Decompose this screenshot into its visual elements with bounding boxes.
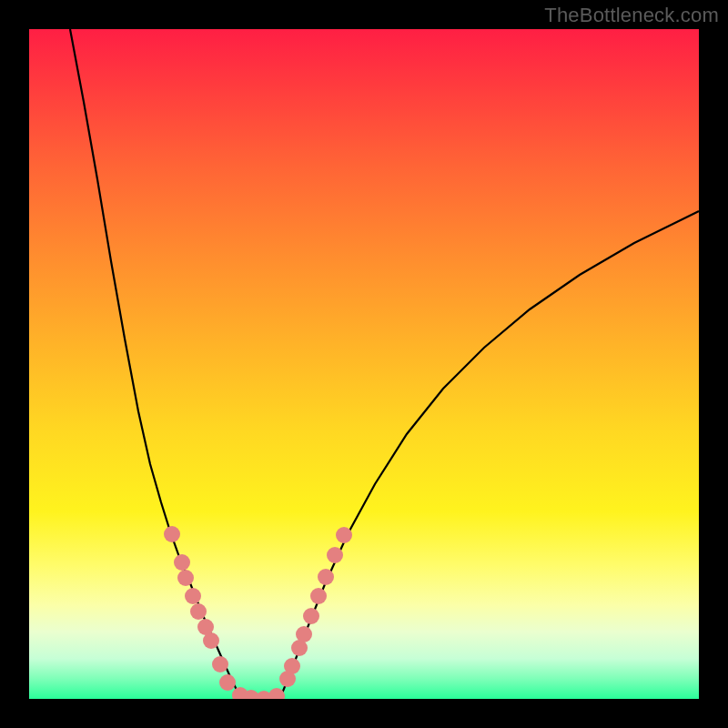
sample-dot	[203, 632, 219, 649]
chart-frame	[29, 29, 699, 699]
sample-dot	[174, 554, 190, 571]
chart-svg	[29, 29, 699, 699]
sample-dot	[318, 569, 334, 585]
watermark-text: TheBottleneck.com	[544, 4, 719, 27]
sample-dot	[327, 547, 343, 563]
sample-dot	[284, 658, 300, 674]
sample-dot	[296, 626, 312, 642]
sample-dot	[303, 608, 319, 624]
sample-dot	[177, 570, 194, 586]
sample-dot	[164, 526, 180, 542]
sample-dot	[336, 527, 352, 543]
sample-dots-group	[164, 526, 352, 699]
sample-dot	[185, 588, 201, 604]
sample-dot	[212, 656, 228, 672]
sample-dot	[268, 688, 285, 699]
sample-dot	[219, 674, 236, 691]
sample-dot	[190, 603, 207, 620]
sample-dot	[310, 588, 327, 604]
bottleneck-curve	[70, 29, 699, 699]
